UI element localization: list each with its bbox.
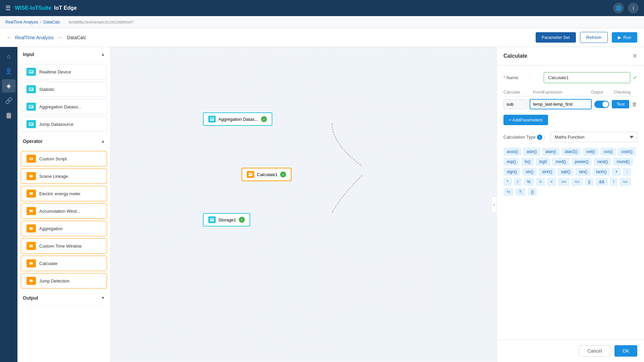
statistic-node[interactable]: Statistic: [21, 82, 107, 97]
nav-home[interactable]: ⌂: [2, 50, 15, 63]
operator-section-header[interactable]: Operator ▲: [17, 134, 110, 149]
math-btn-log0[interactable]: log0: [536, 158, 550, 166]
calculate1-flow-node[interactable]: Calculate1 ✓: [241, 168, 291, 181]
math-btn-exp[interactable]: exp(): [503, 158, 519, 166]
right-panel-body: * Name: ✓ Calculate FromExpression Outpu…: [497, 65, 644, 340]
aggregation-datasource-flow-node[interactable]: Aggregation Datas... ✓: [203, 112, 272, 126]
svg-rect-26: [249, 174, 252, 174]
custom-script-icon: [26, 155, 36, 163]
math-btn-sin[interactable]: sin(): [522, 168, 537, 176]
math-btn-round[interactable]: round(): [613, 158, 633, 166]
name-row: * Name: ✓: [503, 72, 637, 83]
right-panel-title: Calculate: [503, 53, 527, 59]
electric-energy-icon: [26, 190, 36, 198]
calculate-node[interactable]: Calculate: [21, 256, 107, 271]
jump-detection-node[interactable]: Jump Detection: [21, 273, 107, 289]
param-name-input[interactable]: [503, 99, 527, 109]
svg-marker-12: [30, 157, 33, 160]
math-btn-divide[interactable]: /: [514, 178, 522, 186]
svg-rect-28: [210, 219, 214, 219]
realtime-analysis-link[interactable]: RealTime Analysis: [15, 35, 54, 40]
param-row-1: Test 🗑: [503, 99, 637, 109]
hamburger-icon[interactable]: ☰: [5, 4, 11, 12]
math-btn-lt[interactable]: <: [547, 178, 556, 186]
aggregation-datasource-node[interactable]: Aggregation Dataso...: [21, 99, 107, 114]
input-section-header[interactable]: Input ▲: [17, 47, 110, 62]
math-btn-braces[interactable]: {}: [528, 188, 537, 196]
math-btn-gte[interactable]: >=: [558, 178, 570, 186]
math-btn-tan[interactable]: tan(): [576, 168, 591, 176]
math-btn-not[interactable]: !: [610, 178, 618, 186]
math-btn-ternary[interactable]: ?:: [516, 188, 526, 196]
refresh-button[interactable]: Refresh: [580, 32, 608, 43]
cancel-button[interactable]: Cancel: [579, 345, 610, 357]
math-function-buttons: acos() asin() atan() atan2() ceil() cos(…: [503, 148, 637, 196]
output-section-header[interactable]: Output ▼: [17, 291, 110, 306]
math-btn-mod[interactable]: mod(): [552, 158, 569, 166]
svg-rect-2: [30, 72, 32, 72]
math-btn-ln[interactable]: ln(): [521, 158, 534, 166]
aggregation-node[interactable]: Aggregation: [21, 221, 107, 236]
user-icon[interactable]: i: [628, 3, 639, 13]
math-btn-tanh[interactable]: tanh(): [593, 168, 610, 176]
add-parameters-button[interactable]: + AddParameters: [503, 115, 548, 125]
run-button[interactable]: ▶ Run: [612, 32, 637, 43]
math-btn-neq[interactable]: !=: [503, 188, 514, 196]
svg-marker-20: [30, 262, 33, 265]
back-button[interactable]: ←: [7, 35, 11, 40]
math-btn-sqrt[interactable]: sqrt(): [557, 168, 574, 176]
test-button[interactable]: Test: [612, 100, 629, 108]
math-btn-power[interactable]: power(): [572, 158, 592, 166]
realtime-device-node[interactable]: Realtime Device: [21, 64, 107, 80]
math-btn-or[interactable]: ||: [585, 178, 594, 186]
svg-marker-19: [30, 245, 33, 247]
math-btn-atan2[interactable]: atan2(): [561, 148, 581, 156]
scene-linkage-icon: [26, 172, 36, 180]
svg-rect-1: [30, 71, 33, 71]
nav-docs[interactable]: 📋: [2, 109, 15, 122]
accumulation-window-node[interactable]: Accumulation Wind...: [21, 203, 107, 219]
math-btn-sinh[interactable]: sinh(): [539, 168, 555, 176]
math-btn-percent[interactable]: %: [524, 178, 534, 186]
math-btn-cosh[interactable]: cosh(): [618, 148, 636, 156]
math-btn-acos[interactable]: acos(): [503, 148, 521, 156]
nav-analytics[interactable]: ◈: [2, 79, 15, 93]
nav-user[interactable]: 👤: [2, 64, 15, 78]
custom-time-window-node[interactable]: Custom Time Window: [21, 238, 107, 254]
ok-button[interactable]: OK: [614, 345, 637, 357]
math-btn-and[interactable]: &&: [596, 178, 608, 186]
param-header: Calculate FromExpression Output Checking: [503, 89, 637, 96]
param-toggle[interactable]: [594, 101, 609, 108]
nav-link[interactable]: 🔗: [2, 94, 15, 107]
custom-script-node[interactable]: Custom Script: [21, 151, 107, 166]
aggregation-ds-icon: [26, 103, 36, 111]
math-btn-atan[interactable]: atan(): [542, 148, 559, 156]
math-btn-cos[interactable]: cos(): [600, 148, 616, 156]
calc-type-info-icon[interactable]: i: [537, 135, 542, 140]
electric-energy-node[interactable]: Electric energy meter: [21, 186, 107, 201]
math-btn-lte[interactable]: <=: [572, 178, 583, 186]
datacalc-link[interactable]: DataCalc: [67, 35, 87, 40]
math-btn-rand[interactable]: rand(): [594, 158, 611, 166]
storage1-flow-node[interactable]: Storage1 ✓: [203, 213, 250, 226]
name-input[interactable]: [544, 72, 630, 83]
math-btn-plus[interactable]: +: [612, 168, 621, 176]
math-btn-gt[interactable]: >: [536, 178, 545, 186]
svg-rect-25: [249, 173, 253, 176]
param-expr-input[interactable]: [530, 99, 592, 109]
math-btn-asin[interactable]: asin(): [523, 148, 540, 156]
math-btn-sign[interactable]: sign(): [503, 168, 520, 176]
math-btn-ceil[interactable]: ceil(): [583, 148, 598, 156]
scene-linkage-node[interactable]: Scene Linkage: [21, 168, 107, 184]
close-button[interactable]: ✕: [632, 52, 637, 60]
math-btn-minus[interactable]: -: [623, 168, 631, 176]
math-btn-multiply[interactable]: *: [503, 178, 512, 186]
panel-collapse-handle[interactable]: ‹: [491, 197, 496, 213]
calc-type-select[interactable]: Maths Function: [550, 132, 638, 142]
calc1-node-status: ✓: [280, 171, 286, 177]
parameter-set-button[interactable]: Parameter Set: [536, 32, 576, 43]
globe-icon[interactable]: 🌐: [613, 3, 624, 13]
math-btn-eq[interactable]: ==: [620, 178, 631, 186]
jump-datasource-node[interactable]: Jump Datasource: [21, 116, 107, 132]
delete-param-button[interactable]: 🗑: [632, 101, 637, 107]
